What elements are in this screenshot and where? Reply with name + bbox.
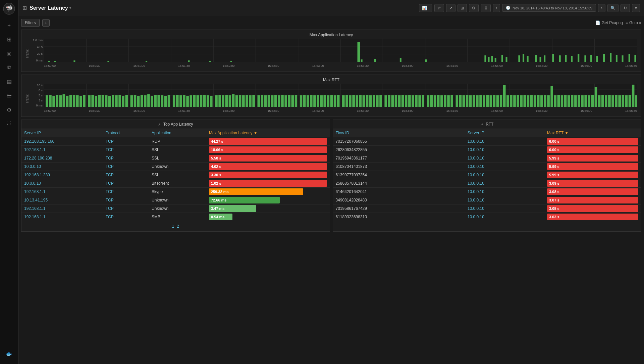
rtt-bar: 3.05 s (547, 205, 638, 212)
svg-rect-158 (327, 95, 330, 107)
table-row: 192.168.1.1 TCP Unknown 3.47 ms (21, 204, 330, 213)
svg-rect-190 (440, 95, 443, 107)
y-tick: 10 s (37, 84, 43, 87)
table-row: 192.168.195.166 TCP RDP 44.27 s (21, 137, 330, 146)
cell-application: SSL (149, 154, 206, 163)
cell-protocol[interactable]: TCP (103, 137, 149, 146)
cell-protocol[interactable]: TCP (103, 154, 149, 163)
cell-server-ip[interactable]: 192.168.1.230 (21, 171, 103, 179)
get-pcapng-button[interactable]: 📄 Get Pcapng (595, 20, 623, 25)
cell-protocol[interactable]: TCP (103, 196, 149, 204)
sidebar-item-grid[interactable]: ⊞ (3, 33, 15, 45)
cell-protocol[interactable]: TCP (103, 171, 149, 179)
share-btn[interactable]: ↗ (446, 4, 455, 12)
x-tick: 15:51:30 (178, 109, 190, 112)
cell-latency: 259.32 ms (206, 188, 330, 196)
settings-btn[interactable]: ⚙ (469, 4, 479, 12)
cell-flow-id: 70157207060855 (333, 137, 465, 146)
page-2-link[interactable]: 2 (177, 224, 179, 229)
cell-server-ip[interactable]: 10.0.0.10 (21, 163, 103, 171)
svg-rect-55 (616, 55, 618, 62)
table-header-row: Server IP Protocol Application Max Appli… (21, 129, 330, 137)
external-link-icon-rtt[interactable]: ↗ (480, 123, 483, 126)
prev-time-btn[interactable]: ‹ (493, 4, 500, 12)
search-btn[interactable]: 🔍 (607, 4, 619, 12)
tables-row: ↗ Top App Latency Server IP Protocol App… (21, 120, 641, 232)
cell-server-ip[interactable]: 10.0.0.10 (21, 179, 103, 188)
svg-rect-119 (190, 95, 192, 107)
sidebar-item-folder[interactable]: 🗁 (3, 90, 15, 102)
svg-rect-117 (183, 95, 185, 107)
filter-add-button[interactable]: + (42, 19, 50, 27)
sidebar-item-fish[interactable]: 🐟 (3, 348, 15, 360)
sidebar-item-server[interactable]: ▤ (3, 76, 15, 88)
cell-flow-id: 70196943861177 (333, 154, 465, 163)
sidebar-item-table[interactable]: ⧉ (3, 61, 15, 74)
cell-protocol[interactable]: TCP (103, 163, 149, 171)
cell-server-ip[interactable]: 10.0.0.10 (465, 188, 544, 196)
cell-rtt: 3.08 s (544, 188, 641, 196)
monitor-btn[interactable]: 🖥 (481, 4, 491, 12)
star-btn[interactable]: ☆ (434, 4, 444, 12)
cell-server-ip[interactable]: 172.28.190.238 (21, 154, 103, 163)
cell-server-ip[interactable]: 10.0.0.10 (465, 146, 544, 154)
refresh-btn[interactable]: ↻ (621, 4, 630, 12)
cell-server-ip[interactable]: 192.168.1.1 (21, 146, 103, 154)
cell-server-ip[interactable]: 10.0.0.10 (465, 137, 544, 146)
filterbar: Filters + 📄 Get Pcapng ≡ Goto » (21, 19, 641, 27)
cell-protocol[interactable]: TCP (103, 179, 149, 188)
svg-rect-181 (408, 95, 411, 107)
svg-rect-85 (69, 95, 72, 107)
sidebar-item-plus[interactable]: ＋ (3, 19, 15, 31)
cell-server-ip[interactable]: 10.0.0.10 (465, 171, 544, 179)
cell-flow-id: 61399777097354 (333, 171, 465, 179)
title-dropdown-arrow[interactable]: ▾ (69, 6, 71, 10)
cell-latency: 0.54 ms (206, 213, 330, 221)
svg-rect-113 (168, 95, 170, 107)
svg-rect-98 (115, 95, 118, 107)
page-1-link[interactable]: 1 (172, 224, 174, 229)
svg-rect-178 (398, 95, 401, 107)
goto-button[interactable]: ≡ Goto » (626, 20, 641, 25)
cell-server-ip[interactable]: 192.168.1.1 (21, 213, 103, 221)
cell-server-ip[interactable]: 10.0.0.10 (465, 163, 544, 171)
cell-server-ip[interactable]: 10.0.0.10 (465, 196, 544, 204)
col-flow-id: Flow ID (333, 129, 465, 137)
svg-rect-162 (342, 95, 345, 107)
cell-server-ip[interactable]: 10.0.0.10 (465, 204, 544, 213)
cell-protocol[interactable]: TCP (103, 146, 149, 154)
cell-server-ip[interactable]: 10.0.0.10 (465, 179, 544, 188)
svg-rect-126 (215, 95, 218, 107)
cell-server-ip[interactable]: 10.13.41.195 (21, 196, 103, 204)
svg-rect-223 (554, 95, 556, 107)
cell-protocol[interactable]: TCP (103, 213, 149, 221)
sidebar-item-shield[interactable]: 🛡 (3, 118, 15, 130)
svg-rect-216 (530, 95, 533, 107)
sidebar-item-circle[interactable]: ◎ (3, 47, 15, 59)
filters-button[interactable]: Filters (21, 19, 40, 27)
dashboard-btn[interactable]: 📊+ (419, 4, 432, 12)
svg-rect-215 (527, 95, 530, 107)
refresh-dropdown-btn[interactable]: ▾ (632, 4, 640, 12)
external-link-icon[interactable]: ↗ (158, 123, 161, 126)
rtt-bar: 6.00 s (547, 146, 638, 153)
cell-server-ip[interactable]: 10.0.0.10 (465, 213, 544, 221)
cell-protocol[interactable]: TCP (103, 188, 149, 196)
cell-server-ip[interactable]: 192.168.1.1 (21, 188, 103, 196)
app-logo[interactable]: 🦈 (3, 3, 15, 15)
cell-protocol[interactable]: TCP (103, 204, 149, 213)
next-time-btn[interactable]: › (598, 4, 605, 12)
svg-rect-109 (154, 95, 157, 107)
svg-rect-21 (54, 61, 56, 62)
table-row: 10.0.0.10 TCP BitTorrent 1.02 s (21, 179, 330, 188)
svg-rect-100 (122, 96, 124, 107)
svg-rect-154 (313, 95, 316, 107)
cell-server-ip[interactable]: 192.168.195.166 (21, 137, 103, 146)
sidebar-item-settings[interactable]: ⚙ (3, 104, 15, 116)
svg-rect-168 (363, 95, 365, 107)
embed-btn[interactable]: ⊞ (458, 4, 467, 12)
cell-server-ip[interactable]: 10.0.0.10 (465, 154, 544, 163)
svg-rect-97 (112, 95, 114, 107)
cell-server-ip[interactable]: 192.168.1.1 (21, 204, 103, 213)
svg-rect-134 (242, 95, 245, 107)
